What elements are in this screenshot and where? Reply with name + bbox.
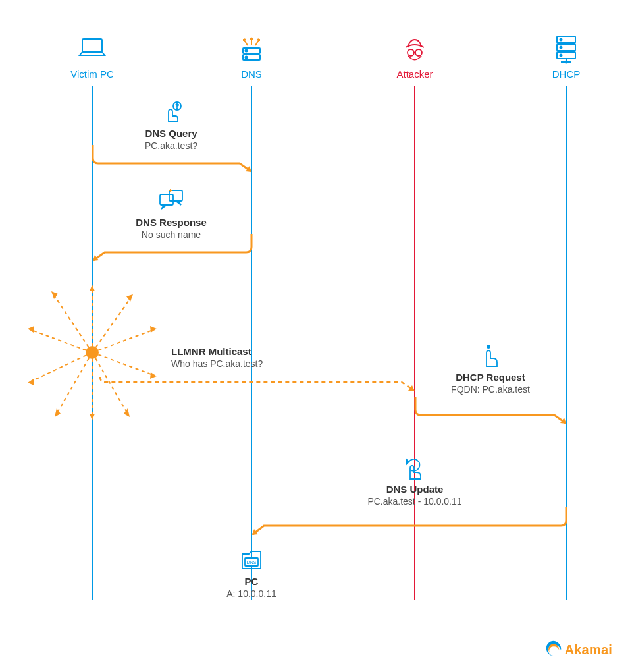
svg-marker-28	[28, 326, 34, 333]
message-llmnr: LLMNR Multicast Who has PC.aka.test?	[171, 346, 342, 369]
actor-dhcp: DHCP	[527, 33, 606, 80]
message-title: DNS Response	[105, 217, 237, 228]
svg-point-5	[408, 49, 414, 56]
server-icon	[212, 33, 291, 65]
message-dns-update: DNS Update PC.aka.test - 10.0.0.11	[342, 455, 487, 507]
svg-rect-17	[160, 194, 173, 205]
brand-name: Akamai	[565, 642, 612, 658]
svg-marker-34	[406, 459, 409, 464]
message-dhcp-request: DHCP Request FQDN: PC.aka.test	[431, 343, 550, 395]
arrow-llmnr	[99, 369, 418, 395]
hand-point-icon	[431, 343, 550, 369]
svg-point-12	[560, 55, 562, 57]
result-sub: A: 10.0.0.11	[212, 588, 291, 599]
actor-label: Victim PC	[53, 69, 132, 80]
svg-point-4	[246, 57, 248, 59]
message-sub: Who has PC.aka.test?	[171, 358, 342, 369]
svg-point-6	[415, 49, 422, 56]
multicast-burst-icon	[20, 277, 165, 428]
actor-dns: DNS	[212, 33, 291, 80]
actor-attacker: Attacker	[375, 33, 454, 80]
svg-point-30	[86, 346, 99, 359]
arrow-dns-query	[92, 144, 253, 173]
wave-icon	[544, 639, 563, 660]
svg-marker-24	[124, 408, 130, 417]
message-sub: PC.aka.test - 10.0.0.11	[342, 496, 487, 507]
arrow-dns-response	[92, 233, 253, 262]
svg-point-32	[487, 345, 490, 348]
actor-label: Attacker	[375, 69, 454, 80]
message-sub: FQDN: PC.aka.test	[431, 384, 550, 395]
svg-point-3	[246, 50, 248, 52]
arrow-dhcp-request	[414, 395, 567, 424]
actor-label: DHCP	[527, 69, 606, 80]
message-title: DNS Query	[105, 128, 237, 139]
actor-victim: Victim PC	[53, 33, 132, 80]
rack-icon	[527, 33, 606, 65]
svg-marker-22	[150, 326, 157, 333]
hand-refresh-icon	[342, 455, 487, 481]
message-title: DHCP Request	[431, 372, 550, 383]
svg-rect-18	[169, 190, 182, 201]
svg-marker-26	[55, 408, 61, 417]
svg-rect-0	[82, 39, 102, 52]
arrow-dns-update	[251, 506, 567, 536]
dns-file-icon: DNS	[212, 547, 291, 573]
actor-label: DNS	[212, 69, 291, 80]
svg-point-15	[176, 108, 177, 109]
result-record: DNS PC A: 10.0.0.11	[212, 547, 291, 599]
svg-marker-21	[126, 294, 133, 302]
svg-marker-20	[90, 285, 95, 291]
hand-question-icon	[105, 99, 237, 125]
svg-marker-25	[90, 414, 95, 420]
svg-marker-27	[28, 379, 34, 385]
svg-marker-29	[51, 291, 58, 299]
svg-text:DNS: DNS	[247, 560, 257, 565]
message-title: DNS Update	[342, 484, 487, 495]
brand-logo: Akamai	[544, 639, 612, 660]
message-title: LLMNR Multicast	[171, 346, 342, 357]
laptop-icon	[53, 33, 132, 65]
svg-point-11	[560, 47, 562, 49]
result-title: PC	[212, 576, 291, 587]
chat-icon	[105, 188, 237, 214]
spy-icon	[375, 33, 454, 65]
svg-point-10	[560, 39, 562, 41]
